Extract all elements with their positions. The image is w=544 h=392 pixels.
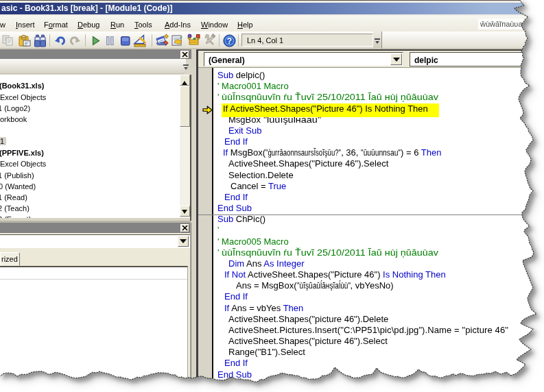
svg-text:?: ? bbox=[227, 36, 232, 46]
